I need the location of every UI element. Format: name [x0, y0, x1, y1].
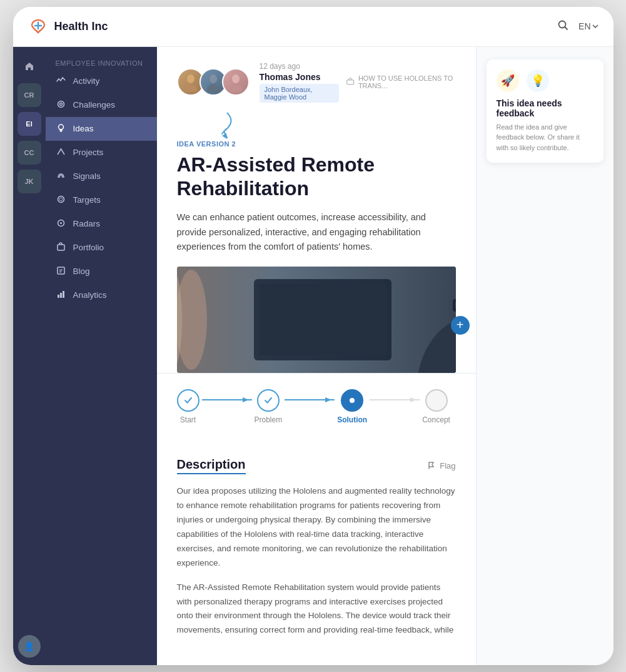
step-circle-concept [425, 389, 448, 412]
svg-point-18 [230, 84, 242, 92]
feedback-panel-title: This idea needs feedback [497, 98, 593, 118]
main-wrapper: 12 days ago Thomas Jones John Bordeaux, … [157, 47, 613, 666]
collaborators-badge: John Bordeaux, Maggie Wood [260, 84, 340, 103]
author-row: 12 days ago Thomas Jones John Bordeaux, … [177, 62, 456, 103]
signals-icon [56, 171, 67, 182]
idea-timestamp: 12 days ago [260, 62, 340, 71]
challenges-icon [56, 99, 67, 111]
targets-icon [56, 195, 67, 206]
step-label-start: Start [180, 415, 196, 424]
nav-item-ideas[interactable]: Ideas [46, 117, 157, 141]
nav-item-radars[interactable]: Radars [46, 212, 157, 236]
nav-item-activity[interactable]: Activity [46, 69, 157, 93]
nav-item-challenges[interactable]: Challenges [46, 93, 157, 117]
svg-rect-19 [347, 80, 354, 84]
svg-point-4 [58, 196, 64, 202]
app-title: Health Inc [54, 20, 108, 33]
analytics-icon [56, 290, 67, 301]
description-section: Description Flag Our idea proposes utili… [157, 440, 476, 665]
sidebar-nav: Employee Innovation Activity Challenges … [46, 47, 157, 666]
nav-label-challenges: Challenges [73, 100, 147, 109]
sidebar-icon-ei[interactable]: EI [18, 112, 41, 136]
idea-image [177, 267, 456, 373]
radars-icon [56, 218, 67, 230]
nav-label-ideas: Ideas [73, 124, 147, 133]
svg-point-1 [58, 101, 64, 107]
how-to-label: HOW TO USE HOLOLENS TO TRANS... [346, 74, 455, 89]
add-button[interactable]: + [451, 316, 470, 335]
nav-label-projects: Projects [73, 148, 147, 157]
step-label-concept: Concept [422, 415, 450, 424]
author-info: 12 days ago Thomas Jones John Bordeaux, … [260, 62, 340, 103]
nav-label-radars: Radars [73, 219, 147, 228]
sidebar-section-title: Employee Innovation [46, 52, 157, 69]
steps-row: Start Problem [177, 389, 456, 424]
nav-label-activity: Activity [73, 76, 147, 86]
svg-point-16 [207, 84, 220, 92]
language-selector[interactable]: EN [578, 21, 598, 31]
svg-point-3 [59, 125, 64, 130]
feedback-panel-desc: Read the idea and give feedback below. O… [497, 122, 593, 153]
svg-point-17 [232, 74, 240, 83]
step-circle-start [177, 389, 199, 412]
step-problem: Problem [255, 389, 283, 424]
nav-label-targets: Targets [73, 195, 147, 205]
portfolio-icon [56, 242, 67, 253]
nav-item-targets[interactable]: Targets [46, 188, 157, 212]
nav-label-signals: Signals [73, 171, 147, 181]
sidebar-icon-home[interactable] [18, 54, 41, 78]
sidebar-icon-jk[interactable]: JK [18, 170, 41, 193]
author-avatars [177, 68, 250, 96]
svg-rect-11 [60, 293, 62, 298]
description-title: Description [177, 457, 246, 474]
top-bar: Health Inc EN [13, 7, 613, 47]
step-label-solution: Solution [337, 415, 367, 424]
svg-rect-10 [58, 295, 59, 298]
nav-label-portfolio: Portfolio [73, 243, 147, 252]
idea-author-name: Thomas Jones [260, 72, 340, 82]
blog-icon [56, 266, 67, 277]
nav-item-blog[interactable]: Blog [46, 260, 157, 283]
description-text-1: Our idea proposes utilizing the Hololens… [177, 484, 456, 571]
sidebar-icon-cr[interactable]: CR [18, 83, 41, 107]
rocket-icon: 🚀 [497, 69, 519, 92]
svg-rect-25 [259, 284, 386, 355]
feedback-icons: 🚀 💡 [497, 69, 593, 92]
sidebar-icon-profile[interactable]: 👤 [18, 635, 41, 658]
svg-rect-8 [58, 245, 64, 250]
sidebar-icon-cc[interactable]: CC [18, 141, 41, 165]
blue-arrow-svg [215, 113, 240, 144]
nav-item-analytics[interactable]: Analytics [46, 283, 157, 307]
projects-icon [56, 147, 67, 158]
step-connector-2 [285, 399, 335, 400]
feedback-panel: 🚀 💡 This idea needs feedback Read the id… [487, 59, 603, 163]
nav-item-portfolio[interactable]: Portfolio [46, 236, 157, 260]
logo-area: Health Inc [28, 16, 108, 36]
search-button[interactable] [557, 19, 568, 34]
activity-icon [56, 76, 67, 87]
how-to-text: HOW TO USE HOLOLENS TO TRANS... [358, 74, 456, 89]
svg-point-33 [350, 398, 355, 403]
nav-item-projects[interactable]: Projects [46, 141, 157, 165]
svg-point-15 [210, 74, 217, 83]
logo-icon [28, 16, 48, 36]
nav-label-analytics: Analytics [73, 290, 147, 300]
nav-item-signals[interactable]: Signals [46, 165, 157, 188]
flag-button[interactable]: Flag [427, 461, 455, 471]
sidebar-icons: CR EI CC JK 👤 [13, 47, 46, 666]
idea-image-svg [177, 267, 456, 373]
app-body: CR EI CC JK 👤 Employee Innovation Activi… [13, 47, 613, 666]
step-circle-problem [257, 389, 280, 412]
side-panel: 🚀 💡 This idea needs feedback Read the id… [476, 47, 613, 666]
step-circle-solution [341, 389, 363, 412]
ideas-icon [56, 123, 67, 135]
nav-label-blog: Blog [73, 267, 147, 276]
steps-section: Start Problem [157, 374, 476, 439]
svg-point-2 [60, 103, 63, 105]
step-connector-1 [202, 399, 252, 400]
step-concept: Concept [422, 389, 450, 424]
step-solution: Solution [337, 389, 367, 424]
section-header: Description Flag [177, 457, 456, 474]
content-area: 12 days ago Thomas Jones John Bordeaux, … [157, 47, 476, 666]
svg-point-13 [187, 74, 194, 83]
